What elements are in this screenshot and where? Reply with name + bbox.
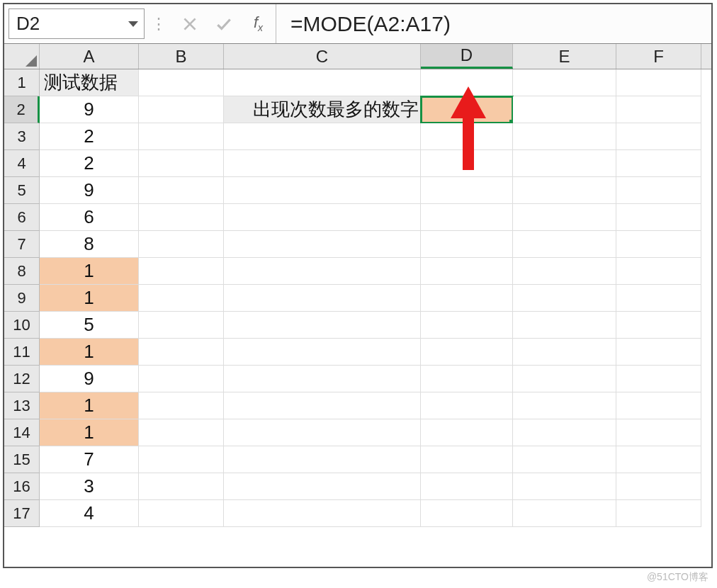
cell-B16[interactable] [139, 473, 224, 500]
cell-D5[interactable] [421, 177, 513, 204]
cell-C7[interactable] [224, 231, 421, 258]
cell-F11[interactable] [616, 339, 701, 366]
cell-A6[interactable]: 6 [40, 204, 139, 231]
cell-C11[interactable] [224, 339, 421, 366]
cell-B17[interactable] [139, 500, 224, 527]
cell-C17[interactable] [224, 500, 421, 527]
cell-A13[interactable]: 1 [40, 392, 139, 419]
cell-A11[interactable]: 1 [40, 339, 139, 366]
cell-E9[interactable] [513, 285, 616, 312]
col-header-C[interactable]: C [224, 44, 421, 69]
cell-F14[interactable] [616, 419, 701, 446]
cell-B3[interactable] [139, 123, 224, 150]
cell-D10[interactable] [421, 312, 513, 339]
row-header-13[interactable]: 13 [4, 392, 40, 419]
col-header-F[interactable]: F [616, 44, 701, 69]
cell-D17[interactable] [421, 500, 513, 527]
col-header-B[interactable]: B [139, 44, 224, 69]
cell-A4[interactable]: 2 [40, 150, 139, 177]
cell-D13[interactable] [421, 392, 513, 419]
cell-D3[interactable] [421, 123, 513, 150]
cell-C10[interactable] [224, 312, 421, 339]
cell-A15[interactable]: 7 [40, 446, 139, 473]
cell-B12[interactable] [139, 366, 224, 392]
col-header-A[interactable]: A [40, 44, 139, 69]
cell-E5[interactable] [513, 177, 616, 204]
row-header-10[interactable]: 10 [4, 312, 40, 339]
row-header-16[interactable]: 16 [4, 473, 40, 500]
cell-A1[interactable]: 测试数据 [40, 69, 139, 96]
row-header-3[interactable]: 3 [4, 123, 40, 150]
row-header-11[interactable]: 11 [4, 339, 40, 366]
cell-D16[interactable] [421, 473, 513, 500]
cell-C15[interactable] [224, 446, 421, 473]
cell-E3[interactable] [513, 123, 616, 150]
cell-A3[interactable]: 2 [40, 123, 139, 150]
cell-F16[interactable] [616, 473, 701, 500]
cell-F7[interactable] [616, 231, 701, 258]
cell-B5[interactable] [139, 177, 224, 204]
cell-F17[interactable] [616, 500, 701, 527]
select-all-corner[interactable] [4, 44, 40, 69]
cell-A10[interactable]: 5 [40, 312, 139, 339]
fx-icon[interactable]: fx [241, 4, 276, 43]
name-box[interactable]: D2 [9, 9, 145, 39]
cell-D1[interactable] [421, 69, 513, 96]
cell-A8[interactable]: 1 [40, 258, 139, 285]
cell-C5[interactable] [224, 177, 421, 204]
cell-F15[interactable] [616, 446, 701, 473]
formula-input[interactable]: =MODE(A2:A17) [281, 4, 711, 43]
cell-C2[interactable]: 出现次数最多的数字 [224, 96, 421, 123]
cell-E2[interactable] [513, 96, 616, 123]
row-header-2[interactable]: 2 [4, 96, 40, 123]
cell-E7[interactable] [513, 231, 616, 258]
cell-F1[interactable] [616, 69, 701, 96]
cell-D2-active[interactable]: 1 [421, 96, 513, 123]
cell-D15[interactable] [421, 446, 513, 473]
cell-B2[interactable] [139, 96, 224, 123]
cell-F9[interactable] [616, 285, 701, 312]
cell-B8[interactable] [139, 258, 224, 285]
cell-A12[interactable]: 9 [40, 366, 139, 392]
cell-A2[interactable]: 9 [40, 96, 139, 123]
cell-C8[interactable] [224, 258, 421, 285]
cell-A5[interactable]: 9 [40, 177, 139, 204]
cell-F5[interactable] [616, 177, 701, 204]
row-header-12[interactable]: 12 [4, 366, 40, 392]
cell-E14[interactable] [513, 419, 616, 446]
col-header-D[interactable]: D [421, 44, 513, 69]
cell-E15[interactable] [513, 446, 616, 473]
cell-E16[interactable] [513, 473, 616, 500]
cell-E10[interactable] [513, 312, 616, 339]
cell-F8[interactable] [616, 258, 701, 285]
cell-F13[interactable] [616, 392, 701, 419]
cancel-icon[interactable] [173, 4, 207, 43]
cell-B14[interactable] [139, 419, 224, 446]
cell-D8[interactable] [421, 258, 513, 285]
cell-F3[interactable] [616, 123, 701, 150]
cell-D11[interactable] [421, 339, 513, 366]
cell-D9[interactable] [421, 285, 513, 312]
cell-E1[interactable] [513, 69, 616, 96]
cell-C6[interactable] [224, 204, 421, 231]
cell-D4[interactable] [421, 150, 513, 177]
cell-E17[interactable] [513, 500, 616, 527]
cell-C12[interactable] [224, 366, 421, 392]
cell-B6[interactable] [139, 204, 224, 231]
cell-F10[interactable] [616, 312, 701, 339]
col-header-E[interactable]: E [513, 44, 616, 69]
row-header-6[interactable]: 6 [4, 204, 40, 231]
row-header-15[interactable]: 15 [4, 446, 40, 473]
cell-D7[interactable] [421, 231, 513, 258]
cell-F2[interactable] [616, 96, 701, 123]
cell-C14[interactable] [224, 419, 421, 446]
cell-C16[interactable] [224, 473, 421, 500]
enter-icon[interactable] [207, 4, 241, 43]
cell-F6[interactable] [616, 204, 701, 231]
cell-B13[interactable] [139, 392, 224, 419]
cell-B11[interactable] [139, 339, 224, 366]
chevron-down-icon[interactable] [128, 21, 138, 27]
cell-B9[interactable] [139, 285, 224, 312]
cell-B1[interactable] [139, 69, 224, 96]
row-header-14[interactable]: 14 [4, 419, 40, 446]
